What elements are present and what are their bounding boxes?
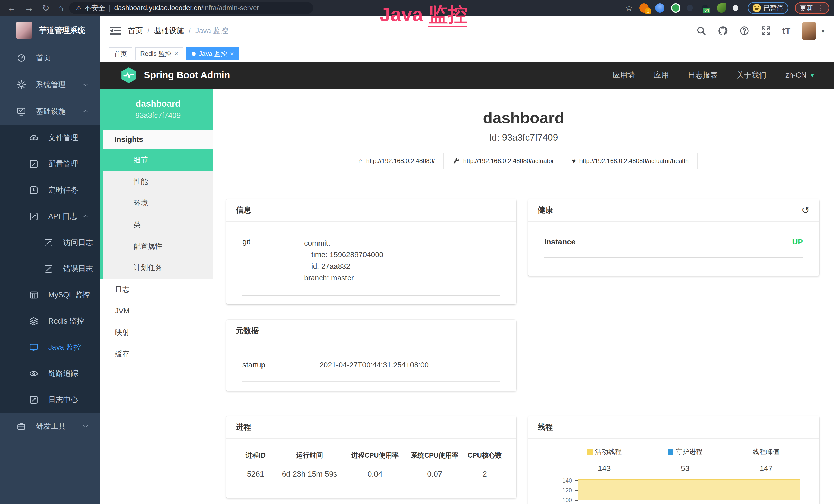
emoji-face-icon	[752, 4, 761, 12]
close-icon[interactable]: ×	[230, 50, 234, 58]
sidebar-item-java-monitor[interactable]: Java 监控	[0, 334, 100, 361]
extension-orange-icon[interactable]: 1	[639, 3, 649, 13]
browser-home-icon[interactable]: ⌂	[58, 3, 64, 13]
sidebar-item-infrastructure[interactable]: 基础设施	[0, 98, 100, 125]
sidebar-item-file-management[interactable]: 文件管理	[0, 125, 100, 151]
extension-pin-icon[interactable]	[655, 3, 664, 13]
user-avatar[interactable]	[802, 22, 816, 40]
sidebar-item-config-management[interactable]: 配置管理	[0, 151, 100, 177]
sidebar-item-label: 访问日志	[63, 237, 93, 248]
sba-item-scheduled-tasks[interactable]: 计划任务	[103, 257, 213, 279]
breadcrumb-infrastructure[interactable]: 基础设施	[154, 26, 184, 36]
y-tick-mark	[575, 490, 578, 491]
sidebar-item-mysql-monitor[interactable]: MySQL 监控	[0, 282, 100, 308]
extension-on-badge: on	[703, 8, 710, 13]
extensions-puzzle-icon[interactable]	[733, 5, 739, 11]
sidebar-item-access-logs[interactable]: 访问日志	[0, 230, 100, 256]
sba-item-environment[interactable]: 环境	[103, 192, 213, 214]
tab-home[interactable]: 首页	[109, 47, 132, 60]
sba-logo-icon	[120, 67, 137, 84]
health-row-instance[interactable]: Instance UP	[544, 237, 803, 257]
extension-leaf-icon[interactable]	[717, 3, 726, 13]
sba-nav-applications[interactable]: 应用	[654, 70, 669, 81]
browser-forward-icon[interactable]: →	[25, 3, 34, 13]
sidebar-item-log-center[interactable]: 日志中心	[0, 387, 100, 413]
chevron-down-icon	[82, 83, 89, 87]
search-icon[interactable]	[696, 26, 706, 36]
breadcrumb-home[interactable]: 首页	[128, 26, 143, 36]
sba-nav-journal[interactable]: 日志报表	[688, 70, 718, 81]
sba-nav-wallboard[interactable]: 应用墙	[613, 70, 635, 81]
browser-menu-icon[interactable]: ⋮	[817, 4, 825, 12]
sba-item-jvm[interactable]: JVM	[100, 300, 213, 322]
tab-label: Java 监控	[199, 49, 227, 58]
actuator-url-link[interactable]: http://192.168.0.2:48080/actuator	[444, 153, 563, 169]
sba-item-caches[interactable]: 缓存	[100, 343, 213, 365]
browser-reload-icon[interactable]: ↻	[42, 3, 49, 13]
sidebar-item-label: 定时任务	[48, 185, 78, 196]
monitor-icon	[29, 343, 39, 352]
address-bar[interactable]: ⚠ 不安全 | dashboard.yudao.iocoder.cn /infr…	[69, 2, 313, 14]
paused-pill[interactable]: 已暂停	[748, 2, 788, 14]
dashboard-icon	[17, 53, 26, 63]
log-edit-icon	[29, 395, 39, 405]
breadcrumb-current: Java 监控	[195, 26, 228, 36]
health-url-link[interactable]: ♥ http://192.168.0.2:48080/actuator/heal…	[563, 153, 697, 169]
sidebar-item-redis-monitor[interactable]: Redis 监控	[0, 308, 100, 334]
app-sidebar: 芋道管理系统 首页 系统管理 基础设施 文件管理 配置管理	[0, 16, 100, 504]
user-menu-caret-icon[interactable]: ▾	[821, 27, 825, 35]
sidebar-item-tracing[interactable]: 链路追踪	[0, 361, 100, 387]
sba-nav-about[interactable]: 关于我们	[737, 70, 766, 81]
sidebar-toggle-icon[interactable]	[110, 26, 121, 36]
sidebar-item-label: 首页	[36, 53, 51, 63]
sidebar-item-home[interactable]: 首页	[0, 45, 100, 71]
wrench-icon	[452, 157, 460, 165]
close-icon[interactable]: ×	[174, 50, 178, 58]
help-icon[interactable]	[739, 26, 749, 36]
extension-green-circle-icon[interactable]	[671, 3, 680, 13]
sba-item-details[interactable]: 细节	[103, 149, 213, 171]
annotation-overlay: Java 监控	[380, 2, 467, 28]
process-pid: 5261	[236, 469, 275, 478]
sba-nav-locale[interactable]: zh-CN ▾	[786, 71, 814, 79]
sba-item-classes[interactable]: 类	[103, 214, 213, 235]
bookmark-star-icon[interactable]: ☆	[625, 3, 633, 13]
spring-boot-admin-frame: Spring Boot Admin 应用墙 应用 日志报表 关于我们 zh-CN…	[100, 62, 834, 504]
git-time-line: time: 1596289704000	[304, 249, 383, 260]
update-label: 更新	[800, 4, 813, 13]
extension-dark-icon[interactable]: on	[702, 5, 708, 11]
sidebar-item-api-logs[interactable]: API 日志	[0, 203, 100, 230]
tab-redis-monitor[interactable]: Redis 监控 ×	[135, 47, 183, 60]
fullscreen-icon[interactable]	[761, 26, 771, 36]
font-size-icon[interactable]: tT	[782, 26, 791, 36]
service-url-link[interactable]: ⌂ http://192.168.0.2:48080/	[350, 153, 444, 169]
sidebar-item-dev-tools[interactable]: 研发工具	[0, 413, 100, 439]
peak-threads-value: 147	[726, 464, 807, 473]
history-icon[interactable]: ↺	[802, 204, 810, 216]
extension-grid-icon[interactable]	[687, 5, 693, 11]
sidebar-item-error-logs[interactable]: 错误日志	[0, 256, 100, 282]
github-icon[interactable]	[718, 26, 728, 36]
sidebar-item-scheduled-jobs[interactable]: 定时任务	[0, 177, 100, 203]
browser-back-icon[interactable]: ←	[7, 3, 16, 13]
sba-item-logs[interactable]: 日志	[100, 279, 213, 300]
sba-item-mappings[interactable]: 映射	[100, 322, 213, 343]
update-button[interactable]: 更新 ⋮	[795, 2, 829, 14]
column-header: 进程CPU使用率	[344, 451, 406, 460]
status-badge: UP	[792, 237, 803, 246]
app-logo-row[interactable]: 芋道管理系统	[0, 16, 100, 45]
column-header: 系统CPU使用率	[406, 451, 464, 460]
sidebar-item-system[interactable]: 系统管理	[0, 71, 100, 98]
sidebar-item-label: 系统管理	[36, 79, 66, 90]
url-path: /infra/admin-server	[201, 4, 259, 12]
legend-label: 守护进程	[676, 447, 703, 456]
tab-java-monitor[interactable]: Java 监控 ×	[186, 47, 239, 60]
sba-item-config-props[interactable]: 配置属性	[103, 235, 213, 257]
address-divider: |	[109, 4, 110, 12]
log-edit-icon	[29, 211, 39, 221]
sba-item-metrics[interactable]: 性能	[103, 171, 213, 192]
sba-brand-title: Spring Boot Admin	[144, 70, 230, 81]
daemon-threads-value: 53	[645, 464, 726, 473]
heart-icon: ♥	[572, 157, 576, 165]
sba-instance-header[interactable]: dashboard 93a3fc7f7409	[100, 89, 213, 130]
